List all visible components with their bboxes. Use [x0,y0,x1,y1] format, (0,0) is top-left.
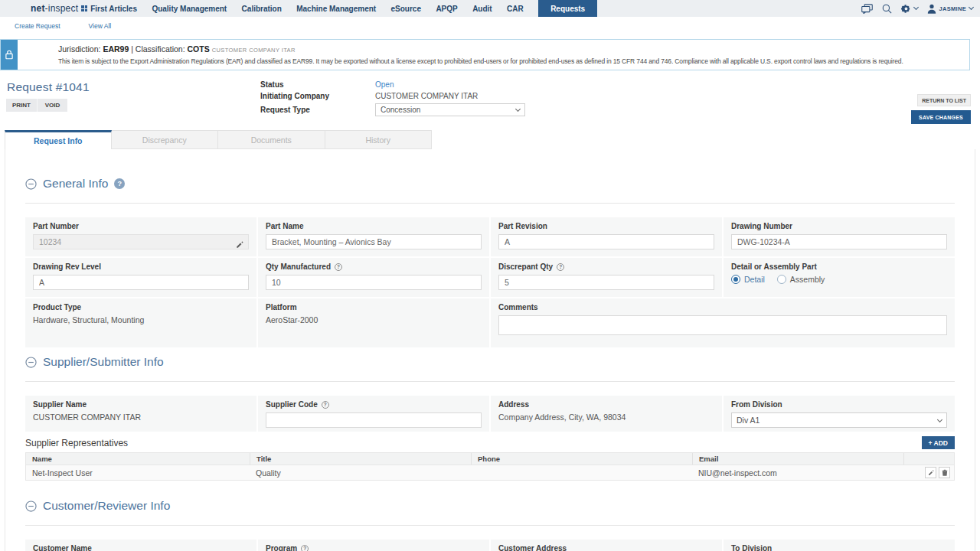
discrepant-qty-input[interactable] [498,275,714,290]
supplier-code-input[interactable] [266,412,482,428]
void-button[interactable]: VOID [37,99,67,112]
lock-icon [1,40,18,70]
platform-field: Platform AeroStar-2000 [258,298,489,347]
customer-title: Customer/Reviewer Info [43,499,170,513]
comments-field: Comments [491,298,955,347]
drawing-rev-level-input[interactable] [33,275,249,290]
page-title: Request #1041 [7,80,90,94]
request-type-label: Request Type [260,106,375,114]
sub-navbar: Create Request View All [0,17,980,35]
part-name-input[interactable] [266,234,482,249]
request-meta: Status Open Initiating Company CUSTOMER … [260,80,525,116]
search-icon[interactable] [882,4,892,14]
program-field: Program? [258,540,489,551]
assembly-radio[interactable]: Assembly [777,275,825,284]
general-info-grid: Part Number Part Name Part Revision Draw… [25,217,955,347]
main-nav: First Articles Quality Management Calibr… [90,0,597,17]
general-info-title: General Info [43,177,108,191]
program-label: Program? [266,544,482,551]
rep-name: Net-Inspect User [26,468,250,478]
help-icon[interactable]: ? [322,401,329,409]
col-email: Email [692,453,903,465]
brand-logo[interactable]: net-inspect [0,0,87,17]
to-division-field: To Division [724,540,955,551]
part-name-label: Part Name [266,222,482,230]
supplier-name-field: Supplier Name CUSTOMER COMPANY ITAR [25,396,256,432]
banner-body: This item is subject to the Export Admin… [58,57,903,65]
nav-audit[interactable]: Audit [472,0,492,17]
view-all-link[interactable]: View All [89,22,112,30]
edit-rep-button[interactable] [925,467,936,478]
part-revision-input[interactable] [498,234,714,249]
edit-pencil-icon[interactable] [236,238,243,252]
to-division-label: To Division [731,544,947,551]
part-number-input[interactable] [33,234,249,249]
part-number-field: Part Number [25,217,256,256]
add-representative-button[interactable]: + ADD [922,436,955,449]
request-type-select-wrap: Concession [375,103,525,116]
tab-history[interactable]: History [325,130,433,149]
delete-rep-button[interactable] [939,467,950,478]
messages-icon[interactable] [861,4,873,14]
settings-gear-icon[interactable] [901,4,918,14]
request-type-select[interactable]: Concession [375,103,525,116]
status-value[interactable]: Open [375,80,525,89]
rep-email: NIU@net-inspect.com [692,468,903,478]
print-button[interactable]: PRINT [6,99,37,112]
nav-apqp[interactable]: APQP [436,0,457,17]
part-name-field: Part Name [258,217,489,256]
chevron-down-icon [969,5,974,10]
nav-esource[interactable]: eSource [391,0,421,17]
reps-table-row: Net-Inspect User Quality NIU@net-inspect… [26,465,954,480]
save-changes-button[interactable]: SAVE CHANGES [911,110,971,124]
supplier-reps-header: Supplier Representatives + ADD [25,436,955,449]
customer-name-label: Customer Name [33,544,249,551]
part-number-label: Part Number [33,222,249,230]
col-phone: Phone [471,453,692,465]
nav-car[interactable]: CAR [507,0,524,17]
help-icon[interactable]: ? [114,178,125,189]
detail-radio[interactable]: Detail [731,275,765,284]
section-divider [25,381,955,382]
tab-request-info[interactable]: Request Info [5,130,112,149]
help-icon[interactable]: ? [335,263,342,271]
nav-requests[interactable]: Requests [538,0,597,17]
nav-first-articles[interactable]: First Articles [90,0,137,17]
supplier-grid: Supplier Name CUSTOMER COMPANY ITAR Supp… [25,396,955,432]
reps-table-header: Name Title Phone Email [26,453,954,465]
nav-quality-management[interactable]: Quality Management [152,0,227,17]
return-to-list-button[interactable]: RETURN TO LIST [917,94,971,106]
tab-discrepancy[interactable]: Discrepancy [112,130,219,149]
detail-or-assembly-label: Detail or Assembly Part [731,262,947,271]
supplier-code-field: Supplier Code? [258,396,489,432]
help-icon[interactable]: ? [557,263,564,271]
general-info-section-header: General Info ? [25,177,975,191]
tab-bar: Request Info Discrepancy Documents Histo… [5,130,975,149]
supplier-code-label: Supplier Code? [266,400,482,409]
nav-calibration[interactable]: Calibration [242,0,282,17]
tab-documents[interactable]: Documents [218,130,325,149]
nav-machine-management[interactable]: Machine Management [296,0,376,17]
top-right-actions: JASMINE [861,0,980,17]
from-division-select[interactable]: Div A1 [731,412,947,428]
qty-manufactured-field: Qty Manufactured? [258,258,489,297]
help-icon[interactable]: ? [301,545,309,551]
collapse-icon[interactable] [25,500,37,512]
qty-manufactured-input[interactable] [266,275,482,290]
address-label: Address [498,400,714,409]
drawing-number-input[interactable] [731,234,947,249]
comments-input[interactable] [498,315,947,335]
from-division-label: From Division [731,400,947,409]
brand-name: net-inspect [31,3,78,14]
page-header: Request #1041 PRINT VOID Status Open Ini… [0,70,980,130]
from-division-field: From Division Div A1 [724,396,955,432]
create-request-link[interactable]: Create Request [15,22,60,30]
export-control-banner: Jurisdiction: EAR99 | Classification: CO… [0,39,970,70]
collapse-icon[interactable] [25,178,37,190]
initiating-company-label: Initiating Company [260,92,375,100]
banner-text: Jurisdiction: EAR99 | Classification: CO… [18,40,911,70]
top-navbar: net-inspect First Articles Quality Manag… [0,0,980,17]
address-value: Company Address, City, WA, 98034 [498,412,714,422]
collapse-icon[interactable] [25,357,37,368]
user-menu[interactable]: JASMINE [927,4,973,14]
